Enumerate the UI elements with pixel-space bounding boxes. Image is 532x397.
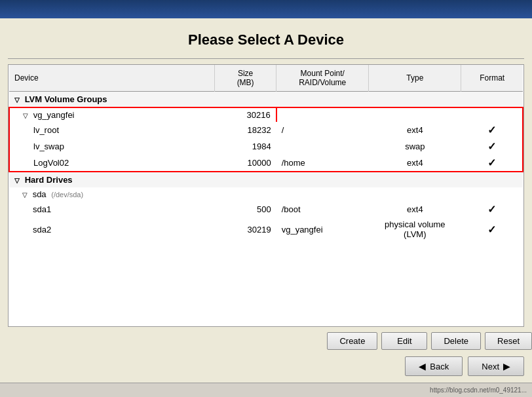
- back-arrow-icon: ◀: [419, 361, 426, 371]
- logvol02-type: ext4: [369, 155, 461, 172]
- logvol02-name: LogVol02: [9, 155, 215, 172]
- vg-yangfei-row[interactable]: ▽ vg_yangfei 30216: [9, 107, 523, 122]
- device-table: Device Size (MB) Mount Point/ RAID/Volum…: [9, 65, 523, 241]
- chevron-icon: ▽: [14, 96, 20, 104]
- sda-type: [369, 187, 461, 201]
- lv-swap-mount: [276, 138, 369, 155]
- browser-url-bar: https://blog.csdn.net/m0_49121...: [0, 383, 532, 397]
- sda1-row[interactable]: sda1 500 /boot ext4 ✓: [9, 201, 523, 217]
- chevron-vg-icon: ▽: [23, 112, 28, 119]
- lv-root-type: ext4: [369, 122, 461, 138]
- title-bar: [0, 0, 532, 18]
- next-label: Next: [482, 362, 499, 371]
- sda2-name: sda2: [9, 217, 215, 241]
- hard-drives-label: Hard Drives: [25, 175, 73, 185]
- lv-root-size: 18232: [215, 122, 276, 138]
- page-title-area: Please Select A Device: [0, 18, 532, 58]
- logvol02-mount: /home: [276, 155, 369, 172]
- url-text: https://blog.csdn.net/m0_49121...: [430, 387, 527, 394]
- edit-button[interactable]: Edit: [381, 332, 427, 350]
- lv-swap-size: 1984: [215, 138, 276, 155]
- col-header-type: Type: [369, 65, 461, 92]
- action-buttons: Create Edit Delete Reset: [0, 332, 532, 350]
- nav-buttons: ◀ Back Next ▶: [0, 356, 532, 383]
- col-header-size: Size (MB): [215, 65, 276, 92]
- lvm-group-label: LVM Volume Groups: [25, 94, 107, 104]
- next-arrow-icon: ▶: [503, 361, 510, 371]
- sda2-size: 30219: [215, 217, 276, 241]
- vg-type: [369, 107, 461, 122]
- sda1-name: sda1: [9, 201, 215, 217]
- sda2-row[interactable]: sda2 30219 vg_yangfei physical volume (L…: [9, 217, 523, 241]
- sda-size: [215, 187, 276, 201]
- lv-root-row[interactable]: lv_root 18232 / ext4 ✓: [9, 122, 523, 138]
- lv-root-name: lv_root: [9, 122, 215, 138]
- sda1-mount: /boot: [276, 201, 369, 217]
- lv-swap-name: lv_swap: [9, 138, 215, 155]
- main-content: Please Select A Device Device Size (MB) …: [0, 18, 532, 356]
- col-header-mount: Mount Point/ RAID/Volume: [276, 65, 369, 92]
- lv-swap-row[interactable]: lv_swap 1984 swap ✓: [9, 138, 523, 155]
- chevron-hd-icon: ▽: [14, 177, 20, 184]
- hard-drives-header: ▽ Hard Drives: [9, 172, 523, 187]
- vg-name: vg_yangfei: [33, 110, 75, 120]
- table-header-row: Device Size (MB) Mount Point/ RAID/Volum…: [9, 65, 523, 92]
- divider: [8, 58, 524, 59]
- back-label: Back: [430, 362, 449, 371]
- lv-root-mount: /: [276, 122, 369, 138]
- sda1-type: ext4: [369, 201, 461, 217]
- create-button[interactable]: Create: [327, 332, 377, 350]
- device-table-container[interactable]: Device Size (MB) Mount Point/ RAID/Volum…: [8, 64, 524, 327]
- sda1-size: 500: [215, 201, 276, 217]
- vg-format: [461, 107, 523, 122]
- logvol02-format: ✓: [461, 155, 523, 172]
- delete-button[interactable]: Delete: [431, 332, 481, 350]
- chevron-sda-icon: ▽: [22, 191, 28, 198]
- lvm-group-header: ▽ LVM Volume Groups: [9, 92, 523, 108]
- vg-size: 30216: [215, 107, 276, 122]
- sda2-type: physical volume (LVM): [369, 217, 461, 241]
- logvol02-row[interactable]: LogVol02 10000 /home ext4 ✓: [9, 155, 523, 172]
- sda2-mount: vg_yangfei: [276, 217, 369, 241]
- next-button[interactable]: Next ▶: [468, 356, 524, 376]
- reset-button[interactable]: Reset: [485, 332, 532, 350]
- sda-mount: [276, 187, 369, 201]
- sda-row[interactable]: ▽ sda (/dev/sda): [9, 187, 523, 201]
- vg-mount: [276, 107, 369, 122]
- logvol02-size: 10000: [215, 155, 276, 172]
- lv-swap-format: ✓: [461, 138, 523, 155]
- sda-format: [461, 187, 523, 201]
- lv-root-format: ✓: [461, 122, 523, 138]
- col-header-device: Device: [9, 65, 215, 92]
- col-header-format: Format: [461, 65, 523, 92]
- sda1-format: ✓: [461, 201, 523, 217]
- page-title: Please Select A Device: [0, 31, 532, 48]
- window: Please Select A Device Device Size (MB) …: [0, 0, 532, 397]
- sda-name: sda: [33, 189, 47, 199]
- sda-path: (/dev/sda): [51, 191, 83, 198]
- lv-swap-type: swap: [369, 138, 461, 155]
- sda2-format: ✓: [461, 217, 523, 241]
- back-button[interactable]: ◀ Back: [405, 356, 463, 376]
